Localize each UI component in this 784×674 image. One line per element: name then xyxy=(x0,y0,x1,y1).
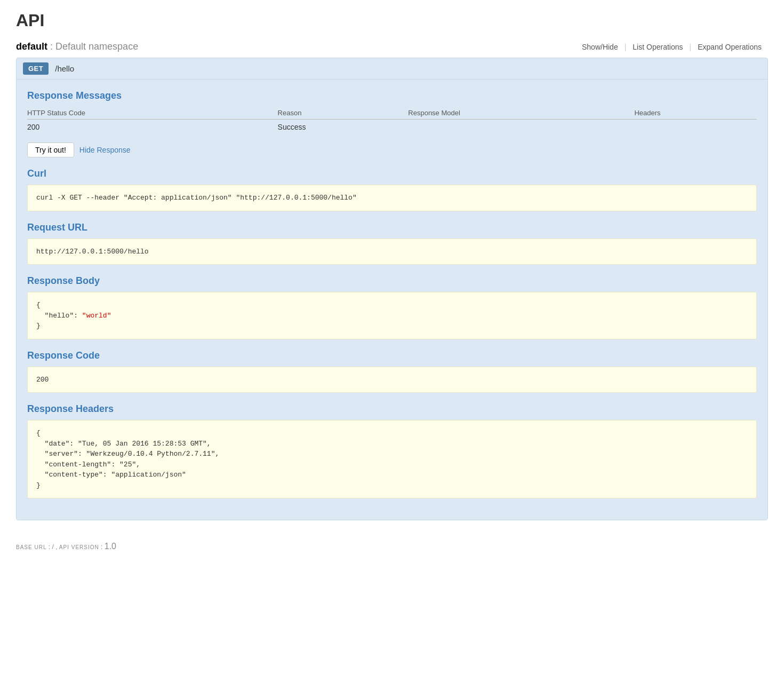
response-code-code-block: 200 xyxy=(27,367,757,393)
response-headers-code-block: { "date": "Tue, 05 Jan 2016 15:28:53 GMT… xyxy=(27,420,757,498)
col-reason: Reason xyxy=(278,107,409,120)
namespace-bar: default : Default namespace Show/Hide | … xyxy=(16,41,768,52)
base-url-value: / xyxy=(52,543,53,551)
response-body-code-block: { "hello": "world" } xyxy=(27,292,757,339)
row-status-code: 200 xyxy=(27,120,278,135)
response-body-section-title: Response Body xyxy=(27,275,757,287)
row-reason: Success xyxy=(278,120,409,135)
base-url-label: BASE URL xyxy=(16,544,46,550)
footer-colon2: : xyxy=(101,543,105,551)
request-url-code-block: http://127.0.0.1:5000/hello xyxy=(27,239,757,265)
request-url-section-title: Request URL xyxy=(27,222,757,233)
expand-operations-link[interactable]: Expand Operations xyxy=(691,43,768,51)
api-version-value: 1.0 xyxy=(105,542,116,551)
namespace-label: default : Default namespace xyxy=(16,41,138,52)
hide-response-link[interactable]: Hide Response xyxy=(79,146,131,154)
col-response-model: Response Model xyxy=(408,107,634,120)
namespace-actions: Show/Hide | List Operations | Expand Ope… xyxy=(575,43,768,51)
page-title: API xyxy=(16,11,768,30)
try-it-out-button[interactable]: Try it out! xyxy=(27,142,74,157)
namespace-description: Default namespace xyxy=(55,41,138,52)
response-body-line1: { xyxy=(36,301,41,309)
response-body-line2-value: "world" xyxy=(82,312,111,320)
row-headers xyxy=(634,120,757,135)
list-operations-link[interactable]: List Operations xyxy=(626,43,689,51)
col-status-code: HTTP Status Code xyxy=(27,107,278,120)
endpoint-body: Response Messages HTTP Status Code Reaso… xyxy=(17,80,767,520)
footer: BASE URL : / , API VERSION : 1.0 xyxy=(16,536,768,557)
show-hide-link[interactable]: Show/Hide xyxy=(575,43,625,51)
endpoint-container: GET /hello Response Messages HTTP Status… xyxy=(16,58,768,520)
curl-section-title: Curl xyxy=(27,168,757,179)
api-version-label: API VERSION xyxy=(59,544,99,550)
action-row: Try it out! Hide Response xyxy=(27,142,757,157)
response-body-line2-key: "hello": xyxy=(36,312,82,320)
endpoint-header: GET /hello xyxy=(17,58,767,80)
method-badge: GET xyxy=(23,62,49,75)
response-messages-table: HTTP Status Code Reason Response Model H… xyxy=(27,107,757,134)
response-messages-title: Response Messages xyxy=(27,90,757,101)
col-headers: Headers xyxy=(634,107,757,120)
namespace-name: default xyxy=(16,41,47,52)
response-code-section-title: Response Code xyxy=(27,350,757,361)
row-response-model xyxy=(408,120,634,135)
response-body-line3: } xyxy=(36,322,41,330)
response-headers-section-title: Response Headers xyxy=(27,403,757,415)
endpoint-path: /hello xyxy=(55,64,74,73)
curl-code-block: curl -X GET --header "Accept: applicatio… xyxy=(27,185,757,211)
table-row: 200 Success xyxy=(27,120,757,135)
namespace-separator: : xyxy=(50,41,55,52)
footer-sep: , xyxy=(55,543,59,551)
